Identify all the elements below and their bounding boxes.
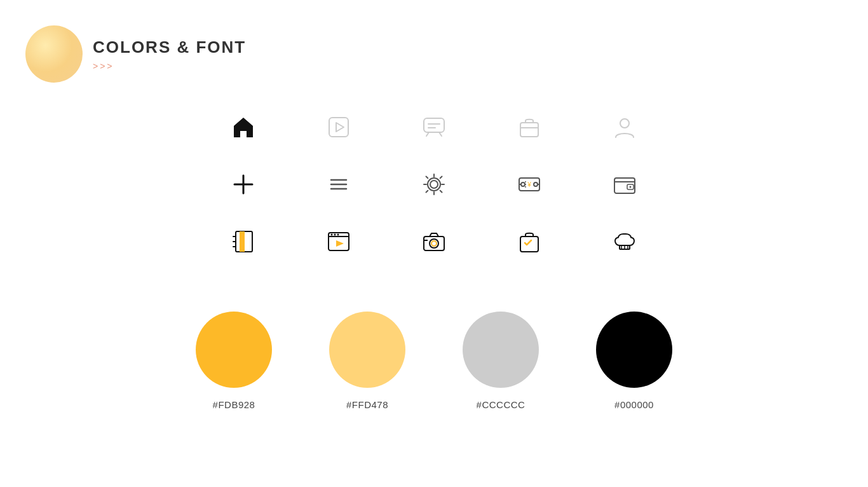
icon-row-3 (227, 226, 641, 257)
icons-container: ¥ (227, 111, 641, 257)
swatch-label: #FDB928 (213, 399, 255, 410)
header: COLORS & FONT >>> (25, 25, 246, 83)
color-swatch: #FFD478 (329, 312, 405, 410)
color-swatch: #CCCCCC (463, 312, 539, 410)
color-swatch: #FDB928 (196, 312, 272, 410)
svg-rect-26 (240, 231, 245, 252)
header-circle (25, 25, 83, 83)
plus-icon[interactable] (227, 168, 259, 200)
icon-row-1 (227, 111, 641, 143)
swatch-circle (596, 312, 672, 388)
svg-point-34 (337, 234, 339, 236)
header-title: COLORS & FONT (93, 38, 246, 57)
svg-point-38 (431, 241, 437, 246)
swatch-label: #000000 (614, 399, 654, 410)
notebook-icon[interactable] (227, 226, 259, 257)
video-player-icon[interactable] (323, 226, 355, 257)
swatch-circle (196, 312, 272, 388)
header-text-block: COLORS & FONT >>> (93, 38, 246, 71)
svg-marker-35 (336, 240, 344, 247)
list-icon[interactable] (323, 168, 355, 200)
camera-icon[interactable] (418, 226, 450, 257)
chef-icon[interactable] (609, 226, 641, 257)
settings-icon[interactable] (418, 168, 450, 200)
swatch-circle (329, 312, 405, 388)
svg-point-7 (620, 119, 629, 128)
bag-icon[interactable] (513, 111, 545, 143)
play-icon[interactable] (323, 111, 355, 143)
svg-point-32 (331, 234, 333, 236)
svg-marker-1 (336, 123, 344, 132)
svg-point-19 (534, 182, 538, 186)
swatch-label: #CCCCCC (477, 399, 526, 410)
svg-rect-0 (329, 118, 348, 137)
user-icon[interactable] (609, 111, 641, 143)
svg-point-24 (630, 186, 632, 188)
home-icon[interactable] (227, 111, 259, 143)
svg-rect-5 (520, 123, 538, 137)
svg-point-18 (521, 182, 525, 186)
svg-rect-40 (520, 237, 538, 252)
chat-icon[interactable] (418, 111, 450, 143)
wallet-icon[interactable] (609, 168, 641, 200)
coupon-icon[interactable]: ¥ (513, 168, 545, 200)
swatch-label: #FFD478 (346, 399, 388, 410)
svg-rect-2 (424, 118, 444, 132)
icon-row-2: ¥ (227, 168, 641, 200)
swatch-circle (463, 312, 539, 388)
svg-rect-22 (614, 178, 635, 193)
header-arrows: >>> (93, 61, 246, 71)
shop-bag-icon[interactable] (513, 226, 545, 257)
svg-text:¥: ¥ (527, 181, 531, 188)
svg-point-13 (430, 181, 438, 188)
colors-container: #FDB928#FFD478#CCCCCC#000000 (196, 312, 672, 410)
svg-point-33 (334, 234, 336, 236)
color-swatch: #000000 (596, 312, 672, 410)
